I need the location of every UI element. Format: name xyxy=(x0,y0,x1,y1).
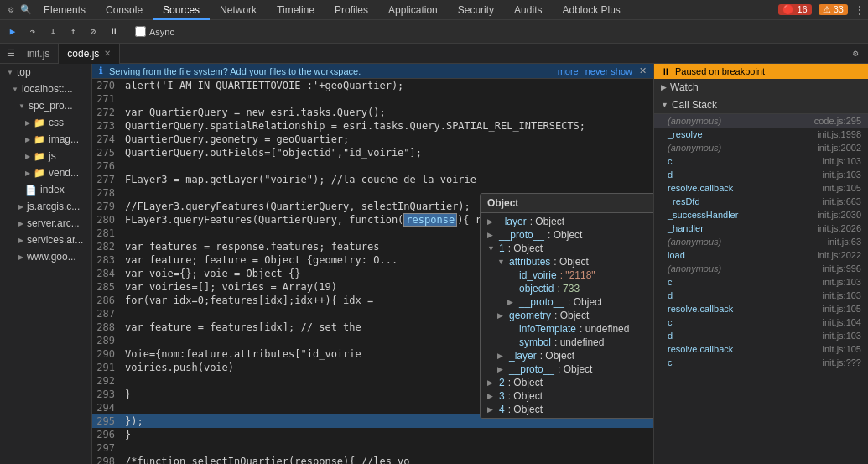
sidebar-item-server[interactable]: ▶ server.arc... xyxy=(0,215,91,232)
line-code[interactable]: var QuartierQuery = new esri.tasks.Query… xyxy=(122,106,653,119)
file-tab-init[interactable]: init.js xyxy=(18,44,59,64)
tab-timeline[interactable]: Timeline xyxy=(267,0,325,20)
expand-arrow-icon: ▶ xyxy=(18,253,23,261)
tooltip-row[interactable]: ▶4: Object xyxy=(481,403,653,416)
info-never-show-link[interactable]: never show xyxy=(585,66,632,76)
line-code[interactable]: QuartierQuery.outFields=["objectid","id_… xyxy=(122,146,653,159)
async-checkbox[interactable] xyxy=(135,26,146,37)
more-options[interactable]: ⋮ xyxy=(855,4,865,16)
pause-exception-btn[interactable]: ⏸ xyxy=(104,23,122,41)
file-options-icon[interactable]: ⚙ xyxy=(846,44,865,63)
call-stack-item[interactable]: loadinit.js:2022 xyxy=(654,248,868,262)
line-code[interactable] xyxy=(122,159,653,173)
tooltip-row[interactable]: ▶2: Object xyxy=(481,376,653,389)
call-stack-item[interactable]: (anonymous)init.js:2002 xyxy=(654,141,868,154)
line-code[interactable]: QuartierQuery.spatialRelationship = esri… xyxy=(122,119,653,133)
line-code[interactable]: /*function selectInQuartier(response){ /… xyxy=(122,455,653,464)
call-stack-file-ref: init.js:104 xyxy=(823,317,861,327)
call-stack-item[interactable]: _handlerinit.js:2026 xyxy=(654,222,868,235)
call-stack-item[interactable]: (anonymous)init.js:63 xyxy=(654,235,868,248)
line-code[interactable] xyxy=(122,441,653,455)
step-over-btn[interactable]: ↷ xyxy=(23,23,42,41)
devtools-icon[interactable]: ⚙ xyxy=(3,3,18,18)
call-stack-item[interactable]: cinit.js:103 xyxy=(654,154,868,168)
call-stack-item[interactable]: _resolveinit.js:1998 xyxy=(654,128,868,141)
property-key: id_voirie xyxy=(519,269,557,281)
sidebar-item-vendor[interactable]: ▶ 📁 vend... xyxy=(0,164,91,181)
step-into-btn[interactable]: ↓ xyxy=(44,23,62,41)
tooltip-row[interactable]: infoTemplate: undefined xyxy=(481,322,653,336)
call-stack-file-ref: init.js:103 xyxy=(823,277,861,287)
call-stack-section-header[interactable]: ▼ Call Stack xyxy=(654,96,868,114)
sidebar-item-www[interactable]: ▶ www.goo... xyxy=(0,248,91,265)
tooltip-row[interactable]: ▶_layer: Object xyxy=(481,349,653,362)
info-close-btn[interactable]: ✕ xyxy=(639,65,647,76)
call-stack-item[interactable]: (anonymous)code.js:295 xyxy=(654,114,868,128)
sidebar-item-images[interactable]: ▶ 📁 imag... xyxy=(0,131,91,148)
call-stack-item[interactable]: _successHandlerinit.js:2030 xyxy=(654,208,868,222)
tab-elements[interactable]: Elements xyxy=(34,0,96,20)
sidebar-item-index[interactable]: 📄 index xyxy=(0,181,91,198)
tooltip-content[interactable]: ▶_layer: Object▶__proto__: Object▼1: Obj… xyxy=(481,213,653,418)
tab-console[interactable]: Console xyxy=(96,0,153,20)
tooltip-row[interactable]: id_voirie: "2118" xyxy=(481,268,653,282)
tab-application[interactable]: Application xyxy=(378,0,448,20)
call-stack-item[interactable]: resolve.callbackinit.js:105 xyxy=(654,342,868,356)
sidebar-item-jsarcgis[interactable]: ▶ js.arcgis.c... xyxy=(0,198,91,215)
sidebar-item-localhost[interactable]: ▼ localhost:... xyxy=(0,81,91,97)
tooltip-row[interactable]: symbol: undefined xyxy=(481,336,653,349)
async-checkbox-container[interactable]: Async xyxy=(135,26,174,37)
call-stack-item[interactable]: resolve.callbackinit.js:105 xyxy=(654,302,868,315)
sidebar-toggle-icon[interactable]: ☰ xyxy=(3,46,18,61)
sidebar-item-spc[interactable]: ▼ spc_pro... xyxy=(0,97,91,114)
line-code[interactable]: alert('I AM IN QUARTIETTOVOIE :'+geoQuar… xyxy=(122,79,653,92)
sidebar-item-css[interactable]: ▶ 📁 css xyxy=(0,114,91,131)
tab-security[interactable]: Security xyxy=(448,0,504,20)
tooltip-row[interactable]: ▶geometry: Object xyxy=(481,309,653,322)
call-stack-file-ref: code.js:295 xyxy=(814,116,861,126)
file-tab-code[interactable]: code.js ✕ xyxy=(59,44,120,64)
call-stack-item[interactable]: resolve.callbackinit.js:105 xyxy=(654,181,868,195)
tab-adblock[interactable]: Adblock Plus xyxy=(552,0,630,20)
call-stack-item[interactable]: cinit.js:104 xyxy=(654,315,868,329)
line-code[interactable]: FLayer3 = map.getLayer("voirie"); //la c… xyxy=(122,173,653,186)
call-stack-item[interactable]: cinit.js:??? xyxy=(654,356,868,369)
tooltip-row[interactable]: ▶__proto__: Object xyxy=(481,295,653,309)
tooltip-row[interactable]: ▶_layer: Object xyxy=(481,215,653,228)
call-stack-item[interactable]: (anonymous)init.js:996 xyxy=(654,262,868,275)
sidebar-item-top[interactable]: ▼ top xyxy=(0,64,91,81)
info-message: Serving from the file system? Add your f… xyxy=(109,66,361,76)
deactivate-btn[interactable]: ⊘ xyxy=(84,23,102,41)
tooltip-row[interactable]: ▼attributes: Object xyxy=(481,255,653,268)
inspect-icon[interactable]: 🔍 xyxy=(18,3,34,18)
line-code[interactable] xyxy=(122,92,653,106)
pause-resume-btn[interactable]: ▶ xyxy=(3,23,22,41)
step-out-btn[interactable]: ↑ xyxy=(64,23,82,41)
call-stack-item[interactable]: _resDfdinit.js:663 xyxy=(654,195,868,208)
watch-section-header[interactable]: ▶ Watch xyxy=(654,79,868,96)
call-stack-item[interactable]: dinit.js:103 xyxy=(654,168,868,181)
tab-network[interactable]: Network xyxy=(210,0,267,20)
call-stack-item[interactable]: cinit.js:103 xyxy=(654,275,868,289)
close-tab-icon[interactable]: ✕ xyxy=(104,49,111,58)
tab-profiles[interactable]: Profiles xyxy=(325,0,378,20)
sidebar-item-js[interactable]: ▶ 📁 js xyxy=(0,148,91,164)
line-code[interactable]: } xyxy=(122,428,653,441)
property-value: : Object xyxy=(568,296,602,308)
tooltip-row[interactable]: ▶__proto__: Object xyxy=(481,228,653,242)
code-line: 270 alert('I AM IN QUARTIETTOVOIE :'+geo… xyxy=(92,79,653,92)
toolbar-divider xyxy=(127,25,127,39)
property-key: geometry xyxy=(509,310,551,321)
sidebar-item-services[interactable]: ▶ services.ar... xyxy=(0,232,91,248)
tooltip-row[interactable]: ▶3: Object xyxy=(481,389,653,403)
line-code[interactable]: QuartierQuery.geometry = geoQuartier; xyxy=(122,133,653,146)
call-stack-item[interactable]: dinit.js:103 xyxy=(654,289,868,302)
info-more-link[interactable]: more xyxy=(558,66,579,76)
folder-icon: 📁 xyxy=(34,151,45,162)
tab-sources[interactable]: Sources xyxy=(153,0,210,20)
call-stack-item[interactable]: dinit.js:103 xyxy=(654,329,868,342)
tooltip-row[interactable]: objectid: 733 xyxy=(481,282,653,295)
tooltip-row[interactable]: ▶__proto__: Object xyxy=(481,362,653,376)
tooltip-row[interactable]: ▼1: Object xyxy=(481,242,653,255)
tab-audits[interactable]: Audits xyxy=(504,0,552,20)
